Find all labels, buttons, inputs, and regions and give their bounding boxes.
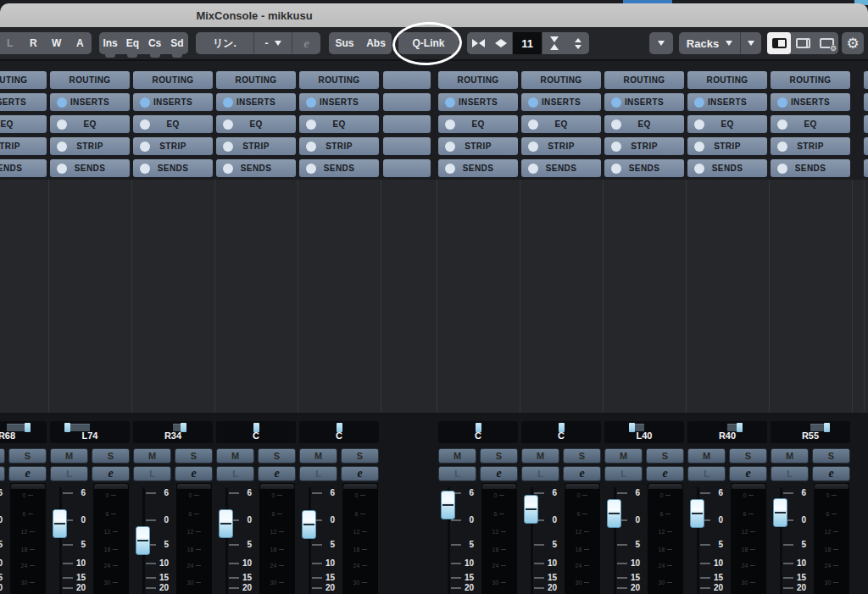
rack-item-inserts[interactable]: INSERTS (438, 93, 518, 111)
mute-button[interactable]: M (299, 448, 337, 464)
toolbar-options-button[interactable] (649, 32, 673, 54)
eq-state-dot[interactable] (445, 119, 455, 130)
sends-state-dot[interactable] (777, 164, 787, 174)
rack-select-sd-button[interactable]: Sd (166, 32, 188, 54)
eq-state-dot[interactable] (57, 119, 67, 130)
rack-item-eq[interactable]: EQ (521, 115, 601, 133)
mute-button[interactable]: M (50, 448, 88, 464)
sends-state-dot[interactable] (694, 164, 704, 174)
fader-cap[interactable] (607, 499, 621, 528)
show-left-zone-button[interactable] (767, 32, 791, 54)
edit-channel-button[interactable]: e (175, 466, 213, 481)
rack-item-routing[interactable]: ROUTING (0, 71, 47, 89)
listen-button[interactable]: L (687, 466, 726, 481)
link-group-preset-select[interactable]: - (254, 32, 292, 54)
strip-state-dot[interactable] (306, 142, 316, 152)
edit-channel-button[interactable]: e (258, 466, 296, 481)
solo-button[interactable]: S (729, 448, 767, 464)
fader-cap[interactable] (219, 509, 233, 538)
solo-button[interactable]: S (341, 448, 379, 464)
automation-a-button[interactable]: A (69, 32, 92, 54)
edit-channel-button[interactable]: e (8, 466, 47, 481)
fader-track[interactable] (59, 487, 62, 594)
scroll-channels-right-button[interactable] (490, 32, 512, 54)
listen-button[interactable]: L (438, 466, 476, 481)
eq-state-dot[interactable] (611, 119, 621, 130)
fader-cap[interactable] (53, 509, 67, 538)
rack-item-eq[interactable]: EQ (299, 115, 379, 133)
rack-item-strip[interactable]: STRIP (216, 137, 296, 155)
solo-button[interactable]: S (92, 448, 130, 464)
show-right-zone-button[interactable] (791, 32, 815, 54)
rack-item-eq[interactable]: EQ (687, 115, 767, 133)
inserts-state-dot[interactable] (445, 97, 455, 108)
eq-state-dot[interactable] (777, 119, 787, 130)
strip-state-dot[interactable] (694, 142, 704, 152)
pan-control[interactable]: C (216, 421, 296, 443)
rack-item-eq[interactable]: EQ (50, 115, 130, 133)
strip-state-dot[interactable] (140, 142, 150, 152)
fader-cap[interactable] (136, 526, 150, 555)
listen-button[interactable]: L (133, 466, 171, 481)
rack-item-sends[interactable]: SENDS (521, 159, 601, 177)
listen-button[interactable]: L (299, 466, 337, 481)
listen-button[interactable]: L (50, 466, 88, 481)
pan-control[interactable]: R40 (687, 421, 767, 443)
fader-cap[interactable] (441, 491, 455, 519)
channel-count-field[interactable]: 11 (512, 32, 542, 54)
rack-select-eq-button[interactable]: Eq (121, 32, 143, 54)
rack-item-routing[interactable]: ROUTING (604, 71, 684, 89)
edit-channel-button[interactable]: e (812, 466, 850, 481)
sends-state-dot[interactable] (57, 164, 67, 174)
sends-state-dot[interactable] (140, 164, 150, 174)
eq-state-dot[interactable] (694, 119, 704, 130)
rack-item-sends[interactable]: SENDS (50, 159, 130, 177)
pan-control[interactable]: C (299, 421, 379, 443)
link-button[interactable]: リン. (196, 32, 253, 54)
rack-item-inserts[interactable]: INSERTS (521, 93, 601, 111)
rack-item-inserts[interactable]: INSERTS (216, 93, 296, 111)
pan-control[interactable]: C (521, 421, 601, 443)
rack-item-inserts[interactable]: INSERTS (133, 93, 213, 111)
rack-item-eq[interactable]: EQ (0, 115, 47, 133)
solo-button[interactable]: S (175, 448, 213, 464)
rack-item-strip[interactable]: STRIP (299, 137, 379, 155)
edit-channel-button[interactable]: e (341, 466, 379, 481)
inserts-state-dot[interactable] (57, 97, 67, 108)
listen-button[interactable]: L (216, 466, 254, 481)
rack-item-routing[interactable]: ROUTING (50, 71, 130, 89)
strip-state-dot[interactable] (57, 142, 67, 152)
eq-state-dot[interactable] (306, 119, 316, 130)
edit-channel-button[interactable]: e (480, 466, 518, 481)
rack-item-routing[interactable]: ROUTING (687, 71, 767, 89)
inserts-state-dot[interactable] (306, 97, 316, 108)
rack-item-inserts[interactable]: INSERTS (604, 93, 684, 111)
rack-item-eq[interactable]: EQ (216, 115, 296, 133)
listen-button[interactable]: L (771, 466, 809, 481)
eq-state-dot[interactable] (223, 119, 233, 130)
setup-window-layout-button[interactable]: ⚙ (815, 32, 838, 54)
sends-state-dot[interactable] (528, 164, 538, 174)
rack-item-eq[interactable]: EQ (133, 115, 213, 133)
pan-control[interactable]: L40 (604, 421, 684, 443)
eq-state-dot[interactable] (140, 119, 150, 130)
strip-state-dot[interactable] (528, 142, 538, 152)
rack-select-ins-button[interactable]: Ins (99, 32, 121, 54)
fader-track[interactable] (225, 487, 228, 594)
channel-width-stepper[interactable] (566, 32, 589, 54)
rack-item-routing[interactable]: ROUTING (771, 71, 850, 89)
rack-item-sends[interactable]: SENDS (771, 159, 850, 177)
sends-state-dot[interactable] (306, 164, 316, 174)
rack-item-routing[interactable]: ROUTING (299, 71, 379, 89)
listen-button[interactable]: L (604, 466, 643, 481)
pan-control[interactable]: R55 (771, 421, 850, 443)
mute-button[interactable]: M (216, 448, 254, 464)
rack-item-eq[interactable]: EQ (604, 115, 684, 133)
mute-button[interactable]: M (133, 448, 171, 464)
rack-item-strip[interactable]: STRIP (604, 137, 684, 155)
rack-item-eq[interactable]: EQ (771, 115, 850, 133)
rack-item-sends[interactable]: SENDS (133, 159, 213, 177)
inserts-state-dot[interactable] (223, 97, 233, 108)
solo-button[interactable]: S (480, 448, 518, 464)
rack-item-sends[interactable]: SENDS (216, 159, 296, 177)
